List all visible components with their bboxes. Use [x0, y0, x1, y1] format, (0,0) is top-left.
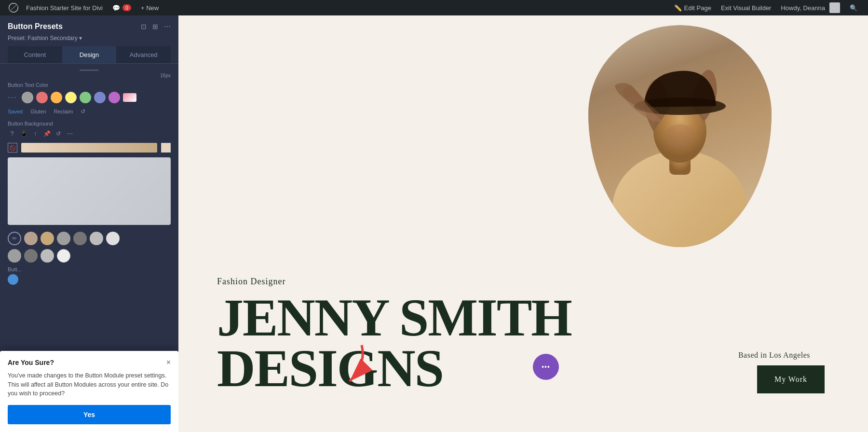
- style-5[interactable]: [90, 232, 103, 245]
- admin-bar: Fashion Starter Site for Divi 💬 0 + New …: [0, 0, 868, 15]
- saved-row: Saved Gluten Reclaim ↺: [8, 108, 171, 115]
- preview-area: [8, 157, 171, 225]
- dialog-header: Are You Sure? ×: [8, 359, 171, 366]
- resize-icon[interactable]: ⊡: [141, 23, 147, 30]
- comment-icon: 💬: [112, 4, 120, 12]
- site-name-link[interactable]: Fashion Starter Site for Divi: [21, 0, 108, 15]
- size-indicator: 16px: [8, 73, 171, 78]
- my-work-button[interactable]: My Work: [757, 365, 825, 393]
- panel-title-row: Button Presets ⊡ ⊞ ⋯: [8, 22, 171, 31]
- purple-dots-button[interactable]: •••: [533, 354, 559, 380]
- confirmation-overlay: Are You Sure? × You've made changes to t…: [0, 351, 178, 432]
- edit-style-icon[interactable]: ✏: [8, 232, 21, 245]
- saved-btn[interactable]: Saved: [8, 109, 23, 114]
- comments-link[interactable]: 💬 0: [108, 0, 136, 15]
- tab-advanced[interactable]: Advanced: [116, 46, 171, 63]
- model-silhouette: [588, 25, 772, 247]
- main-layout: Button Presets ⊡ ⊞ ⋯ Preset: Fashion Sec…: [0, 15, 868, 432]
- howdy-link[interactable]: Howdy, Deanna: [776, 0, 845, 15]
- panel-title-icons: ⊡ ⊞ ⋯: [141, 23, 171, 30]
- tab-design[interactable]: Design: [62, 46, 117, 63]
- panel-header: Button Presets ⊡ ⊞ ⋯ Preset: Fashion Sec…: [0, 15, 178, 64]
- pin-icon[interactable]: 📌: [42, 129, 51, 138]
- new-link[interactable]: + New: [136, 0, 163, 15]
- tab-content[interactable]: Content: [8, 46, 62, 63]
- canvas-area: Fashion Designer JENNY SMITH DESIGNS Bas…: [178, 15, 868, 432]
- dialog-title: Are You Sure?: [8, 359, 54, 366]
- color-orange[interactable]: [51, 92, 62, 103]
- button-text-color-label: Button Text Color: [8, 82, 171, 88]
- reset-icon[interactable]: ↺: [81, 108, 85, 115]
- button-text-color-row: ···: [8, 92, 171, 103]
- style-10[interactable]: [57, 249, 70, 263]
- wordpress-icon: [9, 3, 18, 13]
- style-picker-row: ✏: [8, 232, 171, 245]
- color-purple[interactable]: [108, 92, 120, 103]
- color-preview-swatch[interactable]: [161, 143, 171, 153]
- wp-logo[interactable]: [6, 0, 21, 15]
- help-icon[interactable]: ?: [8, 129, 16, 138]
- color-grey[interactable]: [22, 92, 33, 103]
- search-icon: 🔍: [850, 4, 857, 12]
- style-2[interactable]: [41, 232, 54, 245]
- bg-controls-row: ? 📱 ↑ 📌 ↺ ⋯: [8, 129, 171, 138]
- bg-color-selector: 🚫: [8, 143, 171, 153]
- eye-slash-icon: 🚫: [10, 145, 15, 151]
- color-pink-pencil[interactable]: [123, 93, 136, 102]
- transparent-icon[interactable]: 🚫: [8, 143, 17, 153]
- columns-icon[interactable]: ⊞: [152, 23, 158, 30]
- model-photo: [588, 25, 772, 247]
- left-panel: Button Presets ⊡ ⊞ ⋯ Preset: Fashion Sec…: [0, 15, 178, 432]
- reclaim-btn[interactable]: Reclaim: [54, 109, 73, 114]
- style-9[interactable]: [41, 249, 54, 263]
- color-yellow[interactable]: [65, 92, 77, 103]
- style-8[interactable]: [24, 249, 38, 263]
- color-red[interactable]: [36, 92, 48, 103]
- panel-title: Button Presets: [8, 22, 63, 31]
- panel-preset[interactable]: Preset: Fashion Secondary ▾: [8, 35, 171, 42]
- panel-tabs: Content Design Advanced: [8, 46, 171, 63]
- dots-icon: •••: [542, 363, 550, 371]
- gluten-btn[interactable]: Gluten: [30, 109, 46, 114]
- more-icon[interactable]: ⋯: [66, 129, 74, 138]
- search-icon-btn[interactable]: 🔍: [845, 0, 862, 15]
- style-picker-row-2: [8, 249, 171, 263]
- svg-point-4: [665, 124, 694, 148]
- undo-icon[interactable]: ↺: [54, 129, 63, 138]
- butt-color-row: [8, 274, 171, 285]
- button-bg-label: Button Background: [8, 121, 171, 126]
- style-4[interactable]: [73, 232, 87, 245]
- divider-dots: ···: [8, 93, 17, 102]
- exit-builder-link[interactable]: Exit Visual Builder: [716, 0, 776, 15]
- admin-bar-right: ✏️ Edit Page Exit Visual Builder Howdy, …: [669, 0, 862, 15]
- dialog-body: You've made changes to the Button Module…: [8, 371, 171, 398]
- arrow-up-icon[interactable]: ↑: [31, 129, 40, 138]
- color-blue[interactable]: [94, 92, 106, 103]
- preview-inner: [8, 157, 171, 225]
- color-gradient-bar[interactable]: [21, 143, 157, 153]
- style-6[interactable]: [106, 232, 120, 245]
- edit-icon: ✏️: [674, 4, 682, 12]
- style-3[interactable]: [57, 232, 70, 245]
- dialog-close-btn[interactable]: ×: [166, 359, 171, 366]
- edit-page-link[interactable]: ✏️ Edit Page: [669, 0, 716, 15]
- butt-label-1: Butt...: [8, 266, 171, 272]
- style-7[interactable]: [8, 249, 21, 263]
- style-1[interactable]: [24, 232, 38, 245]
- more-options-icon[interactable]: ⋯: [164, 23, 171, 30]
- avatar: [829, 2, 840, 13]
- butt-color-dot[interactable]: [8, 274, 18, 285]
- panel-content: 16px Button Text Color ··· Saved Gluten …: [0, 64, 178, 432]
- fashion-subtitle: Fashion Designer: [217, 277, 571, 287]
- confirmation-dialog: Are You Sure? × You've made changes to t…: [0, 351, 178, 432]
- color-green[interactable]: [80, 92, 91, 103]
- butt-section-1: Butt...: [8, 266, 171, 285]
- fashion-title: JENNY SMITH DESIGNS: [217, 293, 571, 393]
- mobile-icon[interactable]: 📱: [19, 129, 28, 138]
- dialog-yes-button[interactable]: Yes: [8, 405, 171, 424]
- model-photo-inner: [588, 25, 772, 247]
- based-text: Based in Los Angeles: [738, 351, 810, 360]
- scroll-indicator-top: [8, 70, 171, 71]
- fashion-text-block: Fashion Designer JENNY SMITH DESIGNS: [217, 277, 571, 393]
